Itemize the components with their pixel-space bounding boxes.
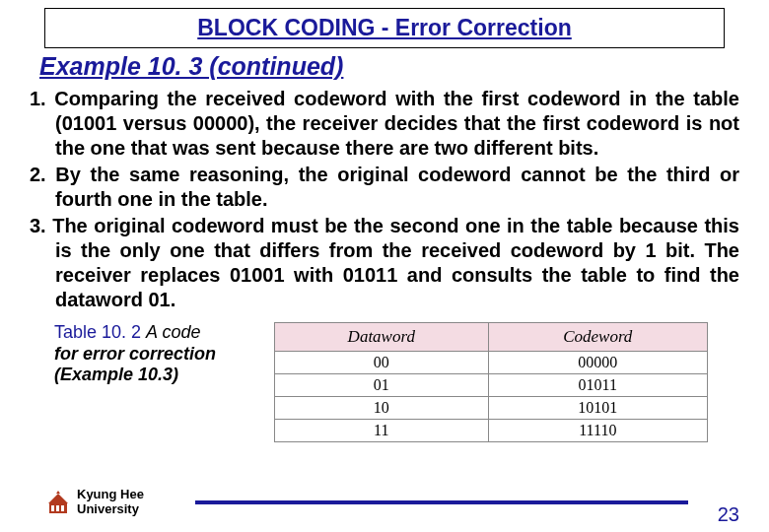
list-item: 1. Comparing the received codeword with … bbox=[30, 87, 739, 161]
university-logo-icon bbox=[47, 490, 69, 515]
table-cell: 11110 bbox=[488, 420, 707, 442]
table-caption: Table 10. 2 A code for error correction … bbox=[54, 322, 256, 386]
footer-rule bbox=[195, 500, 688, 504]
table-cell: 11 bbox=[275, 420, 489, 442]
footer: Kyung Hee University bbox=[47, 488, 144, 516]
list-item: 2. By the same reasoning, the original c… bbox=[30, 163, 739, 212]
table-cell: 10 bbox=[275, 397, 489, 420]
table-row: 01 01011 bbox=[275, 374, 708, 397]
table-cell: 01 bbox=[275, 374, 489, 397]
svg-rect-1 bbox=[51, 505, 54, 511]
svg-rect-3 bbox=[61, 505, 64, 511]
table-subcaption: for error correction (Example 10.3) bbox=[54, 344, 256, 386]
list-item: 3. The original codeword must be the sec… bbox=[30, 214, 739, 312]
table-row: 10 10101 bbox=[275, 397, 708, 420]
table-header-dataword: Dataword bbox=[275, 323, 489, 352]
svg-marker-5 bbox=[56, 491, 60, 494]
table-number: Table 10. 2 bbox=[54, 322, 141, 342]
slide-title: BLOCK CODING - Error Correction bbox=[44, 8, 725, 48]
code-table: Dataword Codeword 00 00000 01 01011 10 1… bbox=[274, 322, 708, 442]
table-cell: 00 bbox=[275, 352, 489, 374]
svg-marker-4 bbox=[48, 494, 68, 503]
university-name: Kyung Hee University bbox=[77, 488, 144, 516]
table-cell: 00000 bbox=[488, 352, 707, 374]
body-text: 1. Comparing the received codeword with … bbox=[30, 87, 739, 312]
table-header-codeword: Codeword bbox=[488, 323, 707, 352]
slide-subtitle: Example 10. 3 (continued) bbox=[39, 52, 769, 81]
university-line2: University bbox=[77, 502, 144, 516]
svg-rect-2 bbox=[56, 505, 59, 511]
table-caption-row: Table 10. 2 A code for error correction … bbox=[54, 322, 769, 442]
table-desc: A code bbox=[146, 322, 200, 342]
page-number: 23 bbox=[718, 503, 739, 526]
table-cell: 10101 bbox=[488, 397, 707, 420]
table-row: 11 11110 bbox=[275, 420, 708, 442]
university-line1: Kyung Hee bbox=[77, 488, 144, 501]
table-row: 00 00000 bbox=[275, 352, 708, 374]
table-cell: 01011 bbox=[488, 374, 707, 397]
